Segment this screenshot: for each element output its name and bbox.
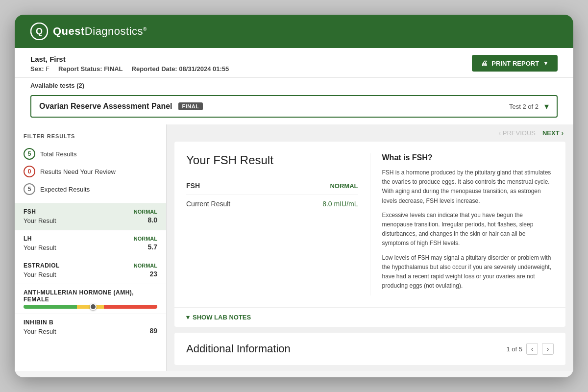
- chevron-down-small-icon: ▾: [186, 314, 190, 321]
- fsh-card-body: Your FSH Result FSH NORMAL Current Resul…: [174, 142, 565, 307]
- panel-chevron-icon: ▾: [544, 101, 549, 112]
- needs-review-badge: 0: [24, 166, 35, 177]
- previous-button[interactable]: ‹ PREVIOUS: [498, 129, 536, 137]
- result-row-inhibin-b[interactable]: INHIBIN B Your Result 89: [15, 314, 166, 341]
- filter-expected-results[interactable]: 5 Expected Results: [15, 180, 166, 198]
- filter-review-label: Results Need Your Review: [40, 168, 116, 175]
- sidebar: FILTER RESULTS 5 Total Results 0 Results…: [15, 124, 167, 371]
- patient-name: Last, First: [30, 55, 229, 63]
- report-status-field: Report Status: FINAL: [58, 65, 122, 73]
- fsh-current-result-row: Current Result 8.0 mIU/mL: [186, 195, 358, 213]
- fsh-info-para-3: Low levels of FSH may signal a pituitary…: [382, 253, 554, 291]
- fsh-result-title: Your FSH Result: [186, 153, 358, 167]
- amh-slider-thumb: [90, 303, 97, 310]
- pagination-next-button[interactable]: ›: [542, 343, 554, 355]
- main-layout: FILTER RESULTS 5 Total Results 0 Results…: [15, 124, 573, 371]
- filter-title: FILTER RESULTS: [15, 133, 166, 145]
- panel-dropdown-left: Ovarian Reserve Assessment Panel FINAL: [39, 102, 203, 111]
- print-report-button[interactable]: 🖨 PRINT REPORT ▼: [472, 55, 558, 72]
- nav-bar: ‹ PREVIOUS NEXT ›: [167, 124, 573, 142]
- panel-badge: FINAL: [178, 102, 203, 110]
- fsh-info-title: What is FSH?: [382, 153, 554, 162]
- logo-area: Q QuestDiagnostics®: [30, 23, 147, 40]
- pagination-text: 1 of 5: [506, 345, 522, 353]
- result-row-estradiol[interactable]: ESTRADIOL NORMAL Your Result 23: [15, 257, 166, 284]
- expected-results-badge: 5: [24, 183, 35, 195]
- fsh-card-left: Your FSH Result FSH NORMAL Current Resul…: [186, 153, 358, 295]
- panel-name: Ovarian Reserve Assessment Panel: [39, 102, 172, 111]
- additional-info-card: Additional Information 1 of 5 ‹ ›: [174, 333, 565, 365]
- svg-text:Q: Q: [36, 26, 43, 36]
- printer-icon: 🖨: [481, 59, 488, 67]
- additional-info-title: Additional Information: [186, 343, 291, 355]
- result-row-fsh[interactable]: FSH NORMAL Your Result 8.0: [15, 203, 166, 230]
- reported-date-field: Reported Date: 08/31/2024 01:55: [132, 65, 229, 73]
- patient-meta: Sex: F Report Status: FINAL Reported Dat…: [30, 65, 229, 73]
- logo-text: QuestDiagnostics®: [53, 25, 147, 38]
- result-row-amh[interactable]: ANTI-MULLERIAN HORMONE (AMH), FEMALE: [15, 284, 166, 314]
- fsh-header-row: FSH NORMAL: [186, 177, 358, 195]
- show-lab-notes-toggle[interactable]: ▾ SHOW LAB NOTES: [174, 307, 565, 327]
- result-row-lh[interactable]: LH NORMAL Your Result 5.7: [15, 230, 166, 257]
- quest-logo-icon: Q: [30, 23, 48, 40]
- next-button[interactable]: NEXT ›: [542, 129, 564, 137]
- filter-needs-review[interactable]: 0 Results Need Your Review: [15, 163, 166, 180]
- header-bar: Q QuestDiagnostics®: [15, 15, 573, 48]
- result-rows: FSH NORMAL Your Result 8.0 LH NORMAL: [15, 203, 166, 341]
- patient-info: Last, First Sex: F Report Status: FINAL …: [30, 55, 229, 73]
- chevron-left-icon: ‹: [498, 129, 500, 137]
- panel-dropdown[interactable]: Ovarian Reserve Assessment Panel FINAL T…: [30, 95, 558, 118]
- content-area: ‹ PREVIOUS NEXT › Your FSH Result: [167, 124, 573, 371]
- filter-expected-label: Expected Results: [40, 186, 90, 193]
- fsh-table: FSH NORMAL Current Result 8.0 mIU/mL: [186, 177, 358, 213]
- panel-selector: Ovarian Reserve Assessment Panel FINAL T…: [15, 95, 573, 124]
- filter-total-label: Total Results: [40, 150, 76, 158]
- sex-field: Sex: F: [30, 65, 49, 73]
- patient-bar: Last, First Sex: F Report Status: FINAL …: [15, 48, 573, 78]
- fsh-result-card: Your FSH Result FSH NORMAL Current Resul…: [174, 142, 565, 327]
- fsh-info-para-2: Excessive levels can indicate that you h…: [382, 211, 554, 248]
- panel-test-count: Test 2 of 2: [509, 103, 539, 110]
- fsh-card-right: What is FSH? FSH is a hormone produced b…: [370, 153, 554, 295]
- chevron-right-icon: ›: [562, 129, 564, 137]
- filter-total-results[interactable]: 5 Total Results: [15, 145, 166, 163]
- pagination: 1 of 5 ‹ ›: [506, 343, 554, 355]
- total-results-badge: 5: [24, 148, 35, 160]
- fsh-info-para-1: FSH is a hormone produced by the pituita…: [382, 168, 554, 206]
- chevron-down-icon: ▼: [543, 60, 549, 67]
- available-tests-label: Available tests (2): [15, 78, 573, 95]
- amh-slider-bar: [24, 305, 157, 309]
- pagination-prev-button[interactable]: ‹: [526, 343, 538, 355]
